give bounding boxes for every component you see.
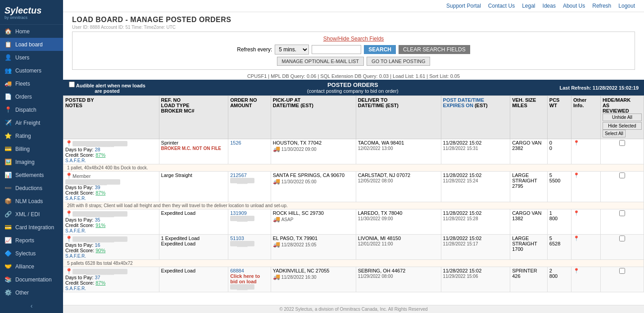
topnav-contact-us[interactable]: Contact Us — [488, 3, 515, 9]
vehicle-type-label: Expedited Load — [161, 268, 195, 273]
lane-posting-button[interactable]: GO TO LANE POSTING — [367, 57, 430, 66]
expires-value: 11/28/2022 15:28 — [443, 216, 478, 221]
cell-order-row1: 1526 — [228, 139, 271, 164]
manage-email-button[interactable]: MANAGE OPTIONAL E-MAIL LIST — [277, 57, 364, 66]
sidebar-item-sylectus[interactable]: 🔷Sylectus — [0, 247, 63, 260]
row-checkbox[interactable] — [619, 268, 625, 274]
sidebar-item-xml-edi[interactable]: 🔗XML / EDI — [0, 208, 63, 221]
credit-score-value[interactable]: 87% — [95, 280, 105, 286]
select-all-button[interactable]: Select All — [603, 130, 626, 137]
cell-pickup-row2: SANTA FE SPRINGS, CA 90670🚚 11/30/2022 0… — [271, 172, 356, 202]
ref-no-link[interactable]: 1526 — [230, 140, 241, 145]
sidebar-icon-other: ⚙️ — [5, 289, 12, 296]
sidebar-item-load-board[interactable]: 📋Load board — [0, 38, 63, 51]
th-ref-no: REF. NO LOAD TYPE BROKER MC# — [159, 96, 228, 139]
sidebar-item-air-freight[interactable]: ✈️Air Freight — [0, 116, 63, 129]
refresh-select[interactable]: 5 mins. 1 min. 10 mins. 30 mins. — [275, 45, 309, 54]
credit-score-value[interactable]: 87% — [95, 190, 105, 195]
sidebar-item-customers[interactable]: 👥Customers — [0, 64, 63, 77]
row-checkbox[interactable] — [619, 140, 625, 146]
cell-order-row4: 51103███ — [228, 235, 271, 260]
sidebar-item-card-integration[interactable]: 💳Card Integration — [0, 221, 63, 234]
nav-items: 🏠Home📋Load board👤Users👥Customers🚚Fleets📄… — [0, 25, 63, 299]
search-button[interactable]: SEARCH — [364, 45, 396, 54]
logo-area: Sylectus by omnitracs — [0, 0, 63, 25]
topnav-legal[interactable]: Legal — [522, 3, 535, 9]
sidebar-item-fleets[interactable]: 🚚Fleets — [0, 77, 63, 90]
cell-veh-row5: SPRINTER426 — [510, 267, 548, 292]
credit-score-value[interactable]: 91% — [95, 222, 105, 228]
sidebar-item-deductions[interactable]: ➖Deductions — [0, 181, 63, 195]
cell-hide-row1 — [600, 139, 644, 164]
ref-no-link[interactable]: 131909 — [230, 210, 247, 216]
days-to-pay-label: Days to Pay: — [65, 242, 95, 248]
sidebar: Sylectus by omnitracs 🏠Home📋Load board👤U… — [0, 0, 63, 313]
days-to-pay-value[interactable]: 39 — [95, 185, 100, 190]
credit-score-value[interactable]: 90% — [95, 248, 105, 253]
sidebar-item-home[interactable]: 🏠Home — [0, 25, 63, 38]
show-hide-search-link[interactable]: Show/Hide Search Fields — [323, 36, 384, 42]
sidebar-icon-dispatch: 📍 — [5, 106, 12, 113]
topnav-about-us[interactable]: About Us — [563, 3, 585, 9]
sidebar-item-documentation[interactable]: 📚Documentation — [0, 273, 63, 286]
sidebar-item-reports[interactable]: 📈Reports — [0, 234, 63, 247]
ref-no-link[interactable]: 68884 — [230, 268, 244, 273]
expires-on-link[interactable]: EXPIRES ON — [443, 103, 473, 108]
deliver-date: 12/02/2022 13:00 — [358, 146, 393, 151]
cell-other-row5: 📍 — [571, 267, 600, 292]
sidebar-item-users[interactable]: 👤Users — [0, 51, 63, 64]
miles: 2795 — [512, 183, 523, 189]
row-checkbox[interactable] — [619, 210, 625, 216]
credit-score-label: Credit Score: — [65, 222, 95, 228]
sidebar-item-nlm-loads[interactable]: 📦NLM Loads — [0, 195, 63, 208]
hide-selected-button[interactable]: Hide Selected — [603, 122, 642, 130]
sidebar-item-alliance[interactable]: 🤝Alliance — [0, 260, 63, 273]
safer-link[interactable]: S.A.F.E.R. — [65, 228, 86, 233]
sidebar-item-dispatch[interactable]: 📍Dispatch — [0, 103, 63, 116]
topnav-support-portal[interactable]: Support Portal — [446, 3, 481, 9]
topnav-ideas[interactable]: Ideas — [543, 3, 556, 9]
days-to-pay-value[interactable]: 28 — [95, 147, 100, 152]
safer-link[interactable]: S.A.F.E.R. — [65, 196, 86, 201]
search-input[interactable] — [312, 45, 361, 54]
sidebar-label-imaging: Imaging — [15, 159, 35, 165]
topnav-logout[interactable]: Logout — [618, 3, 635, 9]
sidebar-item-settlements[interactable]: 📊Settlements — [0, 168, 63, 181]
days-to-pay-value[interactable]: 35 — [95, 217, 100, 222]
cell-pcs-row5: 2800 — [547, 267, 571, 292]
miles: 2382 — [512, 145, 523, 151]
topnav-refresh[interactable]: Refresh — [592, 3, 611, 9]
row-checkbox[interactable] — [619, 172, 625, 178]
cell-posted-by-row2: 📍Member████████Days to Pay: 39Credit Sco… — [63, 172, 159, 202]
th-posted-by: POSTED BY NOTES — [63, 96, 159, 139]
days-to-pay-value[interactable]: 16 — [95, 242, 100, 248]
unhide-all-button[interactable]: Unhide All — [603, 113, 642, 121]
wt-value: 6528 — [549, 241, 560, 246]
audible-alert-checkbox[interactable] — [69, 82, 75, 87]
sidebar-icon-fleets: 🚚 — [5, 80, 12, 87]
audible-alert-label: Audible alert when new loads are posted — [76, 83, 145, 94]
ref-no-link[interactable]: 51103 — [230, 236, 244, 241]
safer-link[interactable]: S.A.F.E.R. — [65, 286, 86, 291]
sidebar-label-home: Home — [15, 28, 30, 35]
sidebar-item-orders[interactable]: 📄Orders — [0, 90, 63, 103]
safer-link[interactable]: S.A.F.E.R. — [65, 254, 86, 259]
row-checkbox[interactable] — [619, 236, 625, 241]
clear-search-button[interactable]: CLEAR SEARCH FIELDS — [399, 45, 470, 54]
table-row: 📍████████Days to Pay: 28Credit Score: 87… — [63, 139, 644, 164]
sidebar-collapse-button[interactable]: ‹ — [0, 299, 63, 313]
sidebar-item-rating[interactable]: ⭐Rating — [0, 129, 63, 142]
safer-link[interactable]: S.A.F.E.R. — [65, 158, 86, 163]
credit-score-value[interactable]: 87% — [95, 152, 105, 158]
days-to-pay-value[interactable]: 37 — [95, 275, 100, 280]
sidebar-icon-billing: 💳 — [5, 145, 12, 152]
sidebar-item-billing[interactable]: 💳Billing — [0, 142, 63, 155]
ref-no-link[interactable]: 212567 — [230, 172, 247, 178]
sidebar-label-other: Other — [15, 290, 29, 296]
sidebar-icon-rating: ⭐ — [5, 132, 12, 139]
cell-pickup-row3: ROCK HILL, SC 29730🚚 ASAP — [271, 209, 356, 235]
post-date-link[interactable]: POST DATE/TIME — [443, 97, 484, 103]
sidebar-item-other[interactable]: ⚙️Other — [0, 286, 63, 299]
bid-link[interactable]: Click here to bid on load — [230, 273, 260, 284]
sidebar-item-imaging[interactable]: 🖼️Imaging — [0, 155, 63, 168]
